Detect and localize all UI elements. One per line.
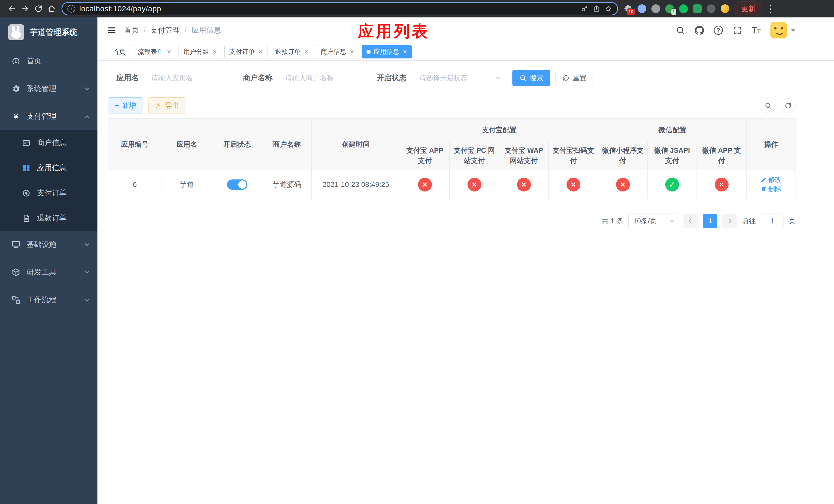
password-key-icon[interactable] xyxy=(581,5,589,13)
sidebar-item-payment[interactable]: ¥ 支付管理 xyxy=(0,102,97,130)
tab-refund-order[interactable]: 退款订单× xyxy=(270,45,313,59)
edit-link[interactable]: 修改 xyxy=(761,175,782,184)
sidebar-item-merchant-info[interactable]: 商户信息 xyxy=(0,130,97,155)
font-size-icon[interactable]: TT xyxy=(752,25,761,36)
extensions-puzzle-icon[interactable]: 10 xyxy=(622,3,634,15)
next-page-button[interactable] xyxy=(722,214,737,228)
cell-alipay-qr: × xyxy=(549,170,598,199)
chevron-left-icon xyxy=(688,219,693,223)
grid-icon xyxy=(22,163,31,173)
close-icon[interactable]: × xyxy=(403,48,407,55)
sidebar-item-home[interactable]: 首页 xyxy=(0,47,97,75)
refresh-table-button[interactable] xyxy=(781,98,795,113)
page-content: 应用名 商户名称 开启状态 请选择开启状态 搜索 重置 xyxy=(97,61,834,228)
tab-user-group[interactable]: 用户分组× xyxy=(178,45,222,59)
cell-merchant: 芋道源码 xyxy=(262,170,312,199)
browser-menu-icon[interactable]: ⋮ xyxy=(766,3,773,14)
disabled-icon: × xyxy=(616,178,630,191)
extension-icon-blue[interactable] xyxy=(636,3,648,15)
extension-icon-dark[interactable] xyxy=(705,3,717,15)
chevron-down-icon xyxy=(670,218,674,223)
chevron-down-icon xyxy=(85,297,89,301)
sidebar-item-app-info[interactable]: 应用信息 xyxy=(0,155,97,181)
merchant-name-input[interactable] xyxy=(279,70,366,86)
trash-icon xyxy=(761,186,767,192)
profile-avatar-icon[interactable] xyxy=(719,3,731,15)
active-dot xyxy=(367,50,371,54)
column-header: 商户名称 xyxy=(262,119,312,170)
search-icon xyxy=(765,102,772,109)
help-icon[interactable]: ? xyxy=(714,26,723,35)
browser-update-button[interactable]: 更新 xyxy=(734,2,762,16)
sidebar-item-devtools[interactable]: 研发工具 xyxy=(0,258,97,286)
browser-reload-button[interactable] xyxy=(32,2,45,15)
extension-icon-wechat-green[interactable] xyxy=(678,3,689,15)
page-size-select[interactable]: 10条/页 xyxy=(628,213,678,228)
tab-pay-order[interactable]: 支付订单× xyxy=(224,45,267,59)
status-toggle[interactable] xyxy=(227,180,247,190)
sidebar-item-refund-order[interactable]: 退款订单 xyxy=(0,206,97,231)
app-table: 应用编号 应用名 开启状态 商户名称 创建时间 支付宝配置 微信配置 操作 支付… xyxy=(108,118,796,199)
extension-icon-green-badged[interactable]: 1 xyxy=(664,3,676,15)
dashboard-icon xyxy=(11,56,21,66)
browser-home-button[interactable] xyxy=(45,2,59,15)
export-button[interactable]: 导出 xyxy=(148,97,186,114)
hamburger-icon[interactable] xyxy=(106,25,117,36)
navbar: 首页 / 支付管理 / 应用信息 应用列表 ? TT xyxy=(97,18,834,43)
main-area: 首页 / 支付管理 / 应用信息 应用列表 ? TT 首页 流程表单× 用 xyxy=(97,18,834,504)
yuan-icon: ¥ xyxy=(11,112,21,121)
app-name-input[interactable] xyxy=(145,70,232,86)
disabled-icon: × xyxy=(418,178,432,191)
extension-icon-green-square[interactable] xyxy=(692,3,703,15)
sidebar-logo[interactable]: 芋道管理系统 xyxy=(0,18,97,47)
workflow-icon xyxy=(11,295,21,304)
status-select[interactable]: 请选择开启状态 xyxy=(413,70,506,86)
reset-button[interactable]: 重置 xyxy=(555,70,593,86)
column-header: 支付宝 APP 支付 xyxy=(400,141,449,170)
toggle-search-button[interactable] xyxy=(761,98,775,113)
close-icon[interactable]: × xyxy=(350,48,354,55)
url-text[interactable]: localhost:1024/pay/app xyxy=(79,4,577,13)
browser-back-button[interactable] xyxy=(5,2,19,15)
refresh-icon xyxy=(785,102,792,109)
payment-submenu: 商户信息 应用信息 支付订单 退款订单 xyxy=(0,130,97,231)
search-icon[interactable] xyxy=(676,26,685,35)
close-icon[interactable]: × xyxy=(304,48,308,55)
breadcrumb-separator: / xyxy=(185,26,187,35)
search-icon xyxy=(519,74,527,82)
prev-page-button[interactable] xyxy=(683,214,698,228)
tab-home[interactable]: 首页 xyxy=(108,45,130,59)
cell-alipay-app: × xyxy=(400,170,449,199)
goto-page-input[interactable] xyxy=(761,213,784,228)
breadcrumb-current: 应用信息 xyxy=(191,25,221,36)
github-icon[interactable] xyxy=(695,26,704,35)
breadcrumb-section[interactable]: 支付管理 xyxy=(150,25,180,36)
tab-process-form[interactable]: 流程表单× xyxy=(133,45,176,59)
share-icon[interactable] xyxy=(593,5,600,13)
tab-merchant-info[interactable]: 商户信息× xyxy=(316,45,359,59)
breadcrumb-home[interactable]: 首页 xyxy=(124,25,139,36)
search-button[interactable]: 搜索 xyxy=(512,70,550,86)
address-bar[interactable]: i localhost:1024/pay/app xyxy=(62,2,618,15)
sidebar-item-infrastructure[interactable]: 基础设施 xyxy=(0,231,97,258)
fullscreen-icon[interactable] xyxy=(733,26,742,35)
close-icon[interactable]: × xyxy=(167,48,171,55)
add-button[interactable]: + 新增 xyxy=(108,97,143,114)
user-menu[interactable] xyxy=(770,22,795,39)
sidebar-item-system[interactable]: 系统管理 xyxy=(0,75,97,102)
browser-forward-button[interactable] xyxy=(19,2,32,15)
close-icon[interactable]: × xyxy=(259,48,263,55)
pencil-icon xyxy=(761,177,767,183)
sidebar-item-label: 退款订单 xyxy=(37,213,67,223)
sidebar-item-workflow[interactable]: 工作流程 xyxy=(0,286,97,314)
close-icon[interactable]: × xyxy=(213,48,217,55)
page-number-button[interactable]: 1 xyxy=(703,214,717,228)
extension-badge-green: 1 xyxy=(671,8,677,15)
extension-icon-gray[interactable] xyxy=(650,3,662,15)
bookmark-star-icon[interactable] xyxy=(605,5,612,13)
delete-link[interactable]: 删除 xyxy=(761,185,782,193)
site-info-icon[interactable]: i xyxy=(67,5,75,13)
browser-toolbar: i localhost:1024/pay/app 10 1 更新 ⋮ xyxy=(0,0,834,18)
tab-app-info[interactable]: 应用信息× xyxy=(361,45,412,59)
sidebar-item-pay-order[interactable]: 支付订单 xyxy=(0,181,97,206)
